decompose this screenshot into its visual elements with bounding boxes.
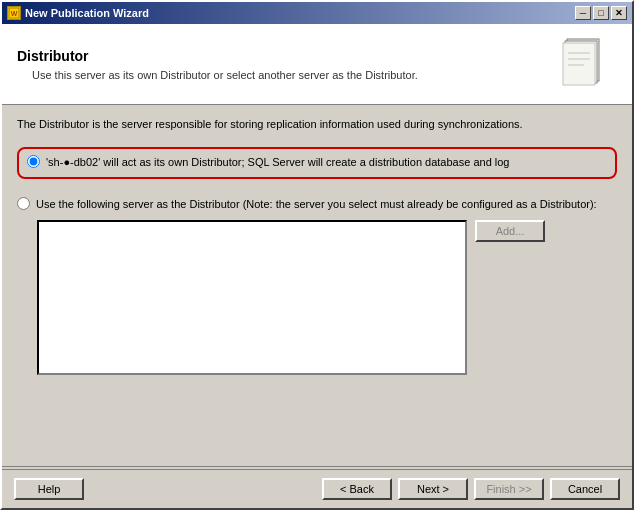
server-list-container: Add... bbox=[37, 220, 617, 375]
title-bar-left: W New Publication Wizard bbox=[7, 6, 149, 20]
next-button[interactable]: Next > bbox=[398, 478, 468, 500]
header-text-area: Distributor Use this server as its own D… bbox=[17, 48, 547, 81]
cancel-button[interactable]: Cancel bbox=[550, 478, 620, 500]
wizard-icon: W bbox=[7, 6, 21, 20]
minimize-button[interactable]: ─ bbox=[575, 6, 591, 20]
main-window: W New Publication Wizard ─ □ ✕ Distribut… bbox=[0, 0, 634, 510]
header-subtitle: Use this server as its own Distributor o… bbox=[32, 69, 547, 81]
finish-button[interactable]: Finish >> bbox=[474, 478, 544, 500]
svg-rect-4 bbox=[563, 43, 595, 85]
maximize-button[interactable]: □ bbox=[593, 6, 609, 20]
window-title: New Publication Wizard bbox=[25, 7, 149, 19]
svg-text:W: W bbox=[11, 10, 18, 17]
option1-label: 'sh-●-db02' will act as its own Distribu… bbox=[46, 155, 509, 170]
description-text: The Distributor is the server responsibl… bbox=[17, 117, 617, 132]
add-button[interactable]: Add... bbox=[475, 220, 545, 242]
option2-radio[interactable] bbox=[17, 197, 30, 210]
back-button[interactable]: < Back bbox=[322, 478, 392, 500]
header-panel: Distributor Use this server as its own D… bbox=[2, 24, 632, 105]
header-title: Distributor bbox=[17, 48, 547, 64]
server-listbox[interactable] bbox=[37, 220, 467, 375]
option1-radio[interactable] bbox=[27, 155, 40, 168]
listbox-buttons: Add... bbox=[475, 220, 545, 375]
option2-row: Use the following server as the Distribu… bbox=[17, 197, 617, 212]
option1-container: 'sh-●-db02' will act as its own Distribu… bbox=[17, 147, 617, 178]
title-bar: W New Publication Wizard ─ □ ✕ bbox=[2, 2, 632, 24]
main-panel: The Distributor is the server responsibl… bbox=[2, 105, 632, 466]
footer-right: < Back Next > Finish >> Cancel bbox=[322, 478, 620, 500]
content-area: Distributor Use this server as its own D… bbox=[2, 24, 632, 508]
title-bar-controls: ─ □ ✕ bbox=[575, 6, 627, 20]
header-icon bbox=[557, 34, 617, 94]
close-button[interactable]: ✕ bbox=[611, 6, 627, 20]
footer-panel: Help < Back Next > Finish >> Cancel bbox=[2, 469, 632, 508]
option2-label: Use the following server as the Distribu… bbox=[36, 197, 597, 212]
footer-left: Help bbox=[14, 478, 84, 500]
help-button[interactable]: Help bbox=[14, 478, 84, 500]
option2-area: Use the following server as the Distribu… bbox=[17, 197, 617, 375]
